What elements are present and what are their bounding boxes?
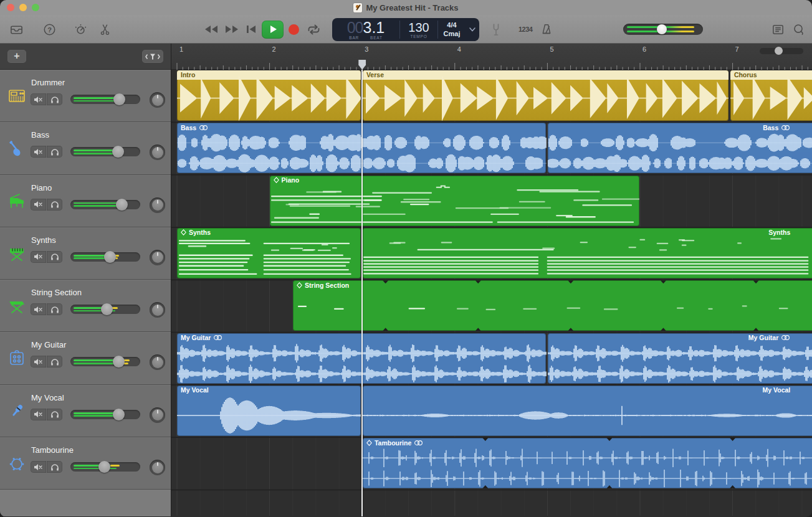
meter-bottom: [74, 100, 116, 102]
play-button[interactable]: [262, 15, 284, 44]
solo-button[interactable]: [47, 146, 62, 158]
mute-button[interactable]: [31, 251, 46, 263]
track-header-drummer[interactable]: Drummer: [0, 70, 171, 122]
loop-browser-icon[interactable]: [791, 15, 806, 44]
note-pad-icon[interactable]: [771, 15, 785, 44]
waveform: [363, 438, 812, 488]
master-volume-slider[interactable]: [623, 24, 703, 35]
volume-knob[interactable]: [98, 461, 110, 473]
pan-knob[interactable]: [150, 460, 165, 475]
lcd-tempo-section: 130 TEMPO: [400, 18, 437, 41]
track-header-bass[interactable]: Bass: [0, 122, 171, 174]
mute-button[interactable]: [31, 146, 46, 158]
track-header-string-section[interactable]: String Section: [0, 280, 171, 332]
solo-button[interactable]: [47, 409, 62, 420]
volume-slider[interactable]: [70, 200, 140, 209]
solo-button[interactable]: [47, 199, 62, 211]
solo-button[interactable]: [47, 303, 62, 315]
region-my-guitar[interactable]: My Guitar: [548, 333, 812, 384]
library-icon[interactable]: [9, 15, 24, 44]
chevron-down-icon[interactable]: [466, 18, 479, 41]
track-header-synths[interactable]: Synths: [0, 227, 171, 280]
bass-guitar-icon: [7, 138, 27, 158]
volume-slider[interactable]: [70, 462, 140, 472]
volume-knob[interactable]: [113, 356, 125, 368]
meter-bottom: [74, 468, 117, 470]
volume-knob[interactable]: [101, 303, 113, 315]
region-my-vocal[interactable]: My Vocal: [363, 386, 812, 436]
track-header-piano[interactable]: Piano: [0, 175, 171, 227]
track-header-panel: + DrummerBassPianoSynthsString SectionMy…: [0, 44, 171, 516]
region-bass[interactable]: Bass: [548, 123, 812, 173]
ruler[interactable]: 1234567: [171, 44, 812, 70]
region-synths[interactable]: Synths: [177, 228, 361, 278]
track-name: Tambourine: [31, 445, 74, 455]
track-name: Drummer: [31, 78, 65, 87]
count-in-button[interactable]: 1234: [518, 15, 532, 44]
volume-slider[interactable]: [70, 410, 140, 419]
volume-knob[interactable]: [113, 93, 125, 105]
master-volume-knob[interactable]: [657, 24, 667, 34]
editors-icon[interactable]: [98, 15, 112, 44]
lcd-time-signature: 4/4: [447, 21, 456, 30]
window-title: My Greatest Hit - Tracks: [366, 3, 458, 12]
mute-button[interactable]: [31, 409, 46, 420]
mute-button[interactable]: [31, 356, 46, 368]
region-label: Intro: [181, 71, 195, 78]
track-header-my-guitar[interactable]: My Guitar: [0, 332, 171, 384]
pan-knob[interactable]: [150, 197, 165, 213]
volume-knob[interactable]: [104, 251, 116, 263]
pan-knob[interactable]: [150, 302, 165, 318]
volume-slider[interactable]: [70, 305, 140, 314]
track-name: My Vocal: [31, 393, 64, 402]
fast-forward-button[interactable]: [224, 15, 240, 44]
solo-button[interactable]: [47, 356, 62, 368]
volume-knob[interactable]: [113, 409, 125, 420]
metronome-icon[interactable]: [540, 15, 553, 44]
quick-help-icon[interactable]: ?: [42, 15, 57, 44]
midi-loop-diamond-icon: [181, 229, 186, 235]
follow-tempo-loop-icon: [414, 440, 423, 446]
add-track-button[interactable]: +: [7, 50, 26, 63]
pan-knob[interactable]: [150, 407, 165, 423]
region-piano[interactable]: Piano: [270, 176, 639, 226]
volume-slider[interactable]: [70, 357, 140, 366]
region-synths[interactable]: Synths: [363, 228, 812, 278]
rewind-button[interactable]: [203, 15, 219, 44]
mute-button[interactable]: [31, 93, 46, 105]
solo-button[interactable]: [47, 93, 62, 105]
track-header-topbar: +: [0, 44, 171, 70]
track-header-my-vocal[interactable]: My Vocal: [0, 385, 171, 437]
tuning-fork-icon[interactable]: [490, 15, 502, 44]
volume-slider[interactable]: [70, 252, 140, 262]
zoom-slider[interactable]: [760, 48, 803, 54]
solo-button[interactable]: [47, 251, 62, 263]
record-button[interactable]: [289, 15, 299, 44]
volume-slider[interactable]: [70, 95, 140, 104]
mute-button[interactable]: [31, 303, 46, 315]
region-label: My Guitar: [181, 334, 222, 341]
cycle-button[interactable]: [306, 15, 322, 44]
region-intro[interactable]: Intro: [177, 70, 361, 121]
mute-button[interactable]: [31, 199, 46, 211]
region-label: Tambourine: [366, 439, 423, 447]
region-my-vocal[interactable]: My Vocal: [177, 386, 361, 436]
pan-knob[interactable]: [150, 354, 165, 370]
region-tambourine[interactable]: Tambourine: [363, 438, 812, 488]
volume-knob[interactable]: [116, 199, 128, 211]
pan-knob[interactable]: [150, 250, 165, 265]
pan-knob[interactable]: [150, 92, 165, 108]
region-chorus[interactable]: Chorus: [730, 70, 812, 121]
region-verse[interactable]: Verse: [363, 70, 728, 121]
shrink-tracks-icon[interactable]: [142, 50, 163, 63]
pan-knob[interactable]: [150, 145, 165, 160]
go-to-beginning-button[interactable]: [245, 15, 257, 44]
volume-knob[interactable]: [112, 146, 124, 158]
lcd-display[interactable]: 003.1 BAR BEAT 130 TEMPO 4/4 Cmaj: [332, 18, 479, 41]
smart-controls-icon[interactable]: [74, 15, 88, 44]
mute-button[interactable]: [31, 461, 46, 473]
volume-slider[interactable]: [70, 147, 140, 156]
solo-button[interactable]: [47, 461, 62, 473]
track-header-tambourine[interactable]: Tambourine: [0, 437, 171, 490]
region-string-section[interactable]: String Section: [293, 280, 812, 331]
